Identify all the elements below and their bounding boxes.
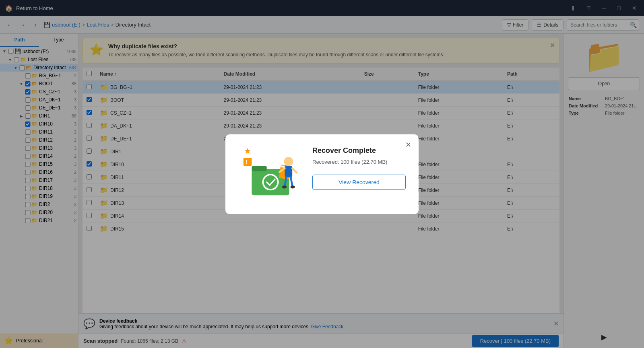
modal-illustration: !: [238, 146, 303, 203]
view-recovered-button[interactable]: View Recovered: [312, 175, 406, 190]
svg-marker-16: [245, 148, 251, 154]
svg-text:!: !: [246, 159, 247, 165]
svg-point-12: [282, 185, 287, 188]
modal-overlay[interactable]: ✕: [0, 0, 644, 348]
modal-desc: Recovered: 100 files (22.70 MB): [312, 159, 406, 165]
svg-line-11: [291, 177, 292, 185]
illustration-svg: !: [240, 146, 301, 203]
svg-rect-7: [285, 166, 292, 177]
svg-rect-1: [252, 166, 266, 171]
modal-title: Recover Complete: [312, 146, 406, 155]
svg-point-13: [290, 185, 295, 188]
svg-point-6: [284, 157, 293, 166]
svg-point-3: [264, 175, 277, 189]
modal-close-button[interactable]: ✕: [402, 139, 414, 150]
svg-rect-14: [244, 158, 252, 166]
modal-content: Recover Complete Recovered: 100 files (2…: [312, 146, 406, 190]
svg-line-9: [292, 168, 297, 173]
recover-complete-modal: ✕: [225, 134, 419, 214]
